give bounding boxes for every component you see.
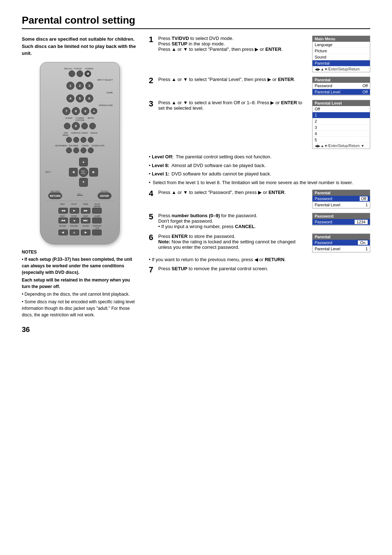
- step-1-line-2: Press SETUP in the stop mode.: [158, 41, 306, 46]
- audio-btn[interactable]: [81, 137, 86, 143]
- step-1-line-3: Press ▲ or ▼ to select "Parental", then …: [158, 46, 306, 52]
- cc-btn[interactable]: [81, 123, 88, 129]
- subtitle-btn[interactable]: [73, 137, 79, 143]
- menu-pl-label-4: Parental Level: [315, 203, 340, 207]
- step-2-num: 2: [149, 77, 155, 85]
- menu-pw-label-5: Password: [315, 220, 332, 224]
- ch-minus-label: CH –: [77, 193, 83, 195]
- setup-menu-btn[interactable]: [66, 147, 72, 153]
- audio-label: AUDIO: [81, 132, 89, 136]
- menu-pw-value-4: Off: [360, 197, 368, 201]
- jump-label: JUMP: [93, 215, 102, 217]
- return-note: • If you want to return to the previous …: [149, 257, 370, 262]
- mute-btn[interactable]: [89, 123, 96, 129]
- subtitle-label: SUBTITLE: [71, 132, 79, 136]
- sleep-btn[interactable]: [64, 123, 70, 129]
- nav-right-btn[interactable]: ▶: [89, 168, 98, 177]
- step-1-text: Press TV/DVD to select DVD mode. Press S…: [158, 36, 306, 52]
- transport-btns-3: ◀| ⏸ |▶: [45, 230, 114, 235]
- play-btn[interactable]: ▶: [70, 208, 79, 214]
- return-btn[interactable]: RETURN: [48, 193, 62, 199]
- menu-pl-row-6: Parental Level 1: [313, 246, 370, 252]
- top-menu-btn[interactable]: [66, 137, 72, 143]
- zoom-btn[interactable]: [88, 147, 94, 153]
- slow-fwd-btn[interactable]: |▶: [81, 230, 90, 235]
- menu-password-value: Off: [363, 84, 368, 88]
- step-6-text: Press ENTER to store the password. Note:…: [158, 234, 306, 250]
- cancel-btn[interactable]: [81, 147, 86, 153]
- step-4-text: Press ▲ or ▼ to select "Password", then …: [158, 190, 306, 195]
- menu-password-row-5: Password 1234: [313, 219, 370, 225]
- step-3-menu-nav: ◀▶▲▼/Enter/Setup/Return ▼: [313, 143, 370, 149]
- step-6-menu-title: Parental: [313, 234, 370, 240]
- step-2-menu: Parental Password Off Parental Level Off: [312, 77, 370, 96]
- btn-2[interactable]: 2: [76, 82, 84, 90]
- nav-cluster: ▲ ◀ VOL–VOL+ ▶ ▼: [69, 158, 98, 187]
- bullet-level-off: • Level Off: The parental control settin…: [149, 153, 370, 161]
- enter-btn[interactable]: ENTER: [98, 193, 111, 199]
- open-close-label-row: OPEN/CLOSE: [45, 104, 114, 106]
- menu-sound: Sound: [313, 54, 370, 60]
- game-label-row: GAME: [45, 92, 114, 94]
- topmenu-row-labels: TOP MENU SUBTITLE AUDIO ANGLE: [45, 132, 114, 136]
- nav-left-btn[interactable]: ◀: [69, 168, 78, 177]
- dvd-menu-label: DVD MENU: [68, 145, 79, 147]
- nav-up-btn[interactable]: ▲: [79, 158, 88, 166]
- playmode-btn[interactable]: [92, 208, 102, 214]
- btn-5[interactable]: 5: [76, 94, 84, 102]
- game-label: GAME: [106, 92, 113, 94]
- step-5-num: 5: [149, 213, 155, 221]
- menu-level-1: 1: [313, 112, 370, 118]
- menu-parental: Parental: [313, 60, 370, 66]
- step-3-num: 3: [149, 100, 155, 108]
- btn-8[interactable]: 8: [72, 107, 80, 115]
- play-label: PLAY: [69, 203, 79, 207]
- fwd-btn[interactable]: ▶▶: [81, 208, 90, 214]
- btn-3[interactable]: 3: [85, 82, 93, 90]
- power-btn[interactable]: ⏻: [85, 70, 91, 77]
- transport-labels-2: SKIP STOP SKIP JUMP: [45, 215, 114, 217]
- skip-fwd-label: SKIP: [81, 215, 90, 217]
- rev-btn[interactable]: ◀◀: [58, 208, 68, 214]
- step-5: 5 Press number buttons (0–9) for the pas…: [149, 213, 370, 229]
- btn-6[interactable]: 6: [85, 94, 93, 102]
- step-3-text: Press ▲ or ▼ to select a level from Off …: [158, 100, 306, 111]
- menu-password-row-4: Password Off: [313, 196, 370, 202]
- step-1-menu: Main Menu Language Picture Sound Parenta…: [312, 36, 370, 72]
- menu-level-3: 3: [313, 125, 370, 131]
- skip-fwd-btn[interactable]: ▶▶|: [81, 218, 90, 223]
- btn-7[interactable]: 7: [62, 107, 70, 115]
- slow-fwd-label: SLOW: [81, 225, 90, 229]
- bullet-section: • Level Off: The parental control settin…: [149, 153, 370, 186]
- angle-btn[interactable]: [88, 137, 94, 143]
- cc-label: CLOSED CAPTION: [74, 117, 85, 121]
- slow-back-btn[interactable]: ◀|: [58, 230, 68, 235]
- nav-down-btn[interactable]: ▼: [79, 178, 88, 187]
- step-6-menu: Parental Password On Parental Level 1: [312, 234, 370, 252]
- btn-1[interactable]: 1: [66, 82, 74, 90]
- skip-back-btn[interactable]: |◀◀: [58, 218, 68, 223]
- menu-pl-row-4: Parental Level 1: [313, 202, 370, 208]
- stop-btn[interactable]: ■: [70, 218, 79, 223]
- step-6-line-1: Press ENTER to store the password.: [158, 234, 306, 239]
- jump-btn[interactable]: [92, 218, 102, 223]
- notes-line-3: • Depending on the discs, the unit canno…: [22, 291, 138, 297]
- dvd-menu-btn[interactable]: [73, 147, 79, 153]
- page-number: 36: [22, 325, 138, 334]
- step-4: 4 Press ▲ or ▼ to select "Password", the…: [149, 190, 370, 208]
- bullet-text-1: DVD software for adults cannot be played…: [172, 170, 271, 178]
- btn-4[interactable]: 4: [66, 94, 74, 102]
- top-menu-label: TOP MENU: [62, 132, 70, 136]
- btn-open-close[interactable]: ▲: [91, 108, 97, 114]
- step-1-menu-title: Main Menu: [313, 36, 370, 42]
- remote-top-labels: RECALL TV/DVD POWER: [45, 68, 114, 70]
- repeat-ab-btn[interactable]: [92, 230, 102, 235]
- recall-btn[interactable]: [69, 70, 75, 77]
- tvdvd-label: TV/DVD: [74, 68, 82, 70]
- pause-btn[interactable]: ⏸: [70, 230, 79, 235]
- num-row-123: 1 2 3: [45, 82, 114, 90]
- btn-0[interactable]: 0: [72, 122, 80, 130]
- btn-9[interactable]: 9: [81, 107, 89, 115]
- tvdvd-btn[interactable]: [77, 70, 83, 77]
- sleep-cc-mute-label-row: SLEEP CLOSED CAPTION MUTE: [45, 117, 114, 121]
